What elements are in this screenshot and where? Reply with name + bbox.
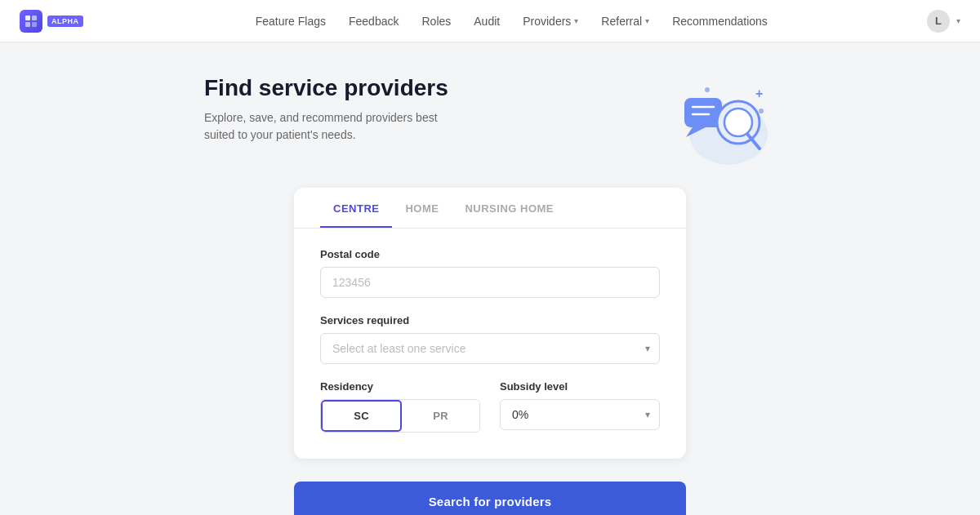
residency-subsidy-row: Residency SC PR Subsidy level	[320, 380, 660, 433]
illustration-svg: +	[670, 75, 776, 165]
services-label: Services required	[320, 314, 660, 326]
services-select[interactable]: Select at least one service	[320, 333, 660, 364]
residency-label: Residency	[320, 380, 480, 393]
alpha-badge: ALPHA	[47, 16, 83, 27]
residency-pr-button[interactable]: PR	[402, 400, 479, 432]
navbar: ALPHA Feature Flags Feedback Roles Audit…	[0, 0, 980, 42]
subsidy-label: Subsidy level	[500, 380, 660, 393]
providers-chevron-icon: ▾	[574, 16, 578, 25]
logo-svg	[24, 15, 38, 28]
nav-recommendations[interactable]: Recommendations	[672, 15, 768, 28]
nav-referral[interactable]: Referral ▾	[601, 15, 649, 28]
residency-group: Residency SC PR	[320, 380, 480, 433]
referral-chevron-icon: ▾	[645, 16, 649, 25]
subsidy-group: Subsidy level 0% 25% 50% 75% 100% ▾	[500, 380, 660, 433]
main-content: Find service providers Explore, save, an…	[0, 42, 980, 515]
tab-home[interactable]: HOME	[392, 188, 452, 228]
services-group: Services required Select at least one se…	[320, 314, 660, 364]
tab-bar: CENTRE HOME NURSING HOME	[294, 188, 686, 229]
postal-code-input[interactable]	[320, 267, 660, 298]
postal-code-label: Postal code	[320, 248, 660, 260]
search-providers-button[interactable]: Search for providers	[294, 482, 686, 515]
nav-links: Feature Flags Feedback Roles Audit Provi…	[122, 15, 902, 28]
hero-section: Find service providers Explore, save, an…	[204, 75, 776, 165]
nav-feature-flags[interactable]: Feature Flags	[256, 15, 326, 28]
svg-text:+: +	[755, 87, 763, 100]
user-avatar[interactable]: L	[927, 10, 950, 33]
svg-point-13	[759, 109, 764, 113]
nav-feedback[interactable]: Feedback	[349, 15, 399, 28]
residency-sc-button[interactable]: SC	[321, 400, 402, 432]
logo-icon	[20, 10, 42, 33]
hero-text: Find service providers Explore, save, an…	[204, 75, 670, 144]
svg-rect-3	[32, 22, 37, 27]
nav-providers[interactable]: Providers ▾	[523, 15, 578, 28]
user-menu-chevron-icon: ▾	[956, 16, 960, 25]
svg-point-10	[724, 109, 752, 136]
nav-roles[interactable]: Roles	[421, 15, 451, 28]
svg-rect-2	[25, 22, 30, 27]
search-button-wrap: Search for providers	[294, 482, 686, 515]
residency-button-group: SC PR	[320, 399, 480, 433]
hero-title: Find service providers	[204, 75, 670, 101]
nav-logo[interactable]: ALPHA	[20, 10, 83, 33]
tab-centre[interactable]: CENTRE	[320, 188, 392, 228]
subsidy-select-wrapper: 0% 25% 50% 75% 100% ▾	[500, 399, 660, 430]
svg-point-14	[705, 87, 710, 92]
search-card: CENTRE HOME NURSING HOME Postal code Ser…	[294, 188, 686, 459]
search-form: Postal code Services required Select at …	[294, 229, 686, 433]
svg-rect-0	[25, 16, 30, 20]
services-select-wrapper: Select at least one service ▾	[320, 333, 660, 364]
svg-rect-1	[32, 16, 37, 20]
tab-nursing-home[interactable]: NURSING HOME	[452, 188, 567, 228]
hero-subtitle: Explore, save, and recommend providers b…	[204, 109, 466, 144]
subsidy-select[interactable]: 0% 25% 50% 75% 100%	[500, 399, 660, 430]
postal-code-group: Postal code	[320, 248, 660, 298]
hero-illustration: +	[670, 75, 776, 165]
nav-right: L ▾	[927, 10, 960, 33]
nav-audit[interactable]: Audit	[474, 15, 500, 28]
